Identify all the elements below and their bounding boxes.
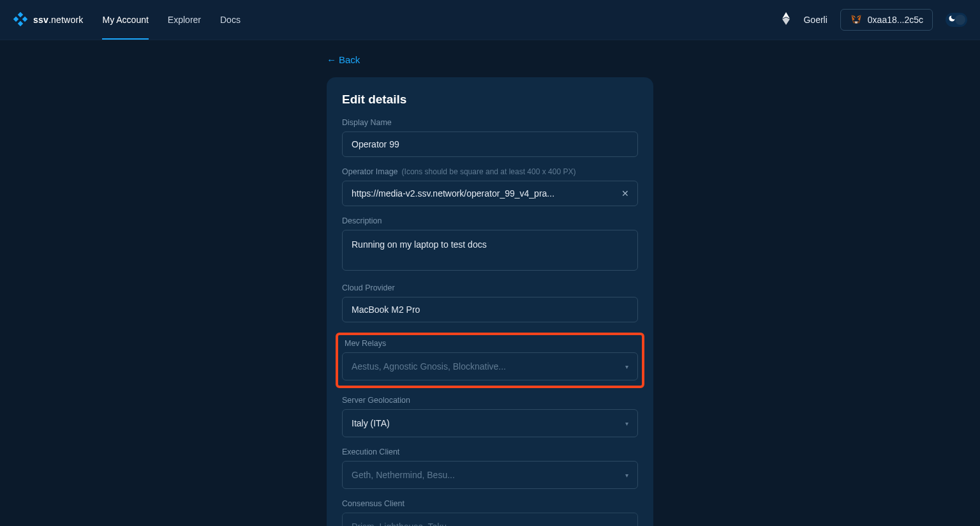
chevron-down-icon: ▾	[625, 363, 628, 370]
select-execution-client[interactable]: Geth, Nethermind, Besu... ▾	[342, 461, 638, 489]
close-icon: ✕	[621, 188, 629, 199]
edit-details-card: Edit details Display Name Operator Image…	[327, 77, 653, 526]
back-label: Back	[339, 54, 360, 65]
label-mev-relays: Mev Relays	[345, 339, 638, 348]
field-cloud-provider: Cloud Provider	[342, 283, 638, 322]
toggle-knob	[955, 15, 965, 25]
brand-logo[interactable]: ssv.network	[13, 12, 83, 27]
field-server-geolocation: Server Geolocation Italy (ITA) ▾	[342, 396, 638, 437]
label-server-geolocation: Server Geolocation	[342, 396, 638, 405]
input-description[interactable]	[342, 230, 638, 271]
label-execution-client: Execution Client	[342, 447, 638, 456]
field-operator-image: Operator Image (Icons should be square a…	[342, 167, 638, 206]
select-server-geolocation[interactable]: Italy (ITA) ▾	[342, 409, 638, 437]
main-nav: My Account Explorer Docs	[102, 1, 240, 40]
field-display-name: Display Name	[342, 118, 638, 157]
value-server-geolocation: Italy (ITA)	[352, 418, 390, 428]
select-consensus-client[interactable]: Prism, Lighthouse, Teku... ▾	[342, 513, 638, 526]
metamask-icon	[850, 13, 863, 26]
dark-mode-toggle[interactable]	[946, 13, 967, 27]
svg-rect-0	[18, 12, 23, 17]
card-title: Edit details	[342, 93, 638, 107]
svg-rect-2	[22, 17, 27, 22]
label-cloud-provider: Cloud Provider	[342, 283, 638, 292]
label-display-name: Display Name	[342, 118, 638, 127]
header-right: Goerli 0xaa18...2c5c	[782, 9, 967, 31]
field-consensus-client: Consensus Client Prism, Lighthouse, Teku…	[342, 499, 638, 526]
chevron-down-icon: ▾	[625, 523, 628, 527]
label-operator-image: Operator Image	[342, 167, 398, 176]
content-area: ← Back Edit details Display Name Operato…	[0, 40, 980, 526]
select-mev-relays[interactable]: Aestus, Agnostic Gnosis, Blocknative... …	[342, 352, 638, 380]
ethereum-icon	[782, 12, 791, 27]
input-display-name[interactable]	[342, 132, 638, 157]
input-cloud-provider[interactable]	[342, 297, 638, 322]
network-label: Goerli	[803, 15, 827, 25]
label-consensus-client: Consensus Client	[342, 499, 638, 508]
back-row: ← Back	[327, 54, 653, 66]
field-mev-relays-highlight: Mev Relays Aestus, Agnostic Gnosis, Bloc…	[336, 333, 644, 388]
field-description: Description	[342, 216, 638, 273]
input-operator-image[interactable]	[342, 181, 638, 206]
placeholder-execution-client: Geth, Nethermind, Besu...	[352, 470, 455, 480]
placeholder-mev-relays: Aestus, Agnostic Gnosis, Blocknative...	[352, 361, 506, 372]
svg-rect-3	[18, 21, 23, 26]
label-description: Description	[342, 216, 638, 225]
hint-operator-image: (Icons should be square and at least 400…	[402, 167, 576, 176]
app-header: ssv.network My Account Explorer Docs Goe…	[0, 0, 980, 40]
wallet-button[interactable]: 0xaa18...2c5c	[840, 9, 933, 31]
ssv-logo-icon	[13, 12, 28, 27]
svg-rect-1	[13, 17, 19, 22]
nav-docs[interactable]: Docs	[220, 1, 241, 40]
chevron-down-icon: ▾	[625, 472, 628, 479]
wallet-address: 0xaa18...2c5c	[868, 15, 923, 25]
brand-name-bold: ssv	[33, 15, 48, 25]
nav-my-account[interactable]: My Account	[102, 1, 148, 40]
brand-name-thin: .network	[48, 15, 84, 25]
chevron-down-icon: ▾	[625, 420, 628, 427]
brand-name: ssv.network	[33, 15, 83, 25]
back-link[interactable]: ← Back	[327, 54, 360, 65]
arrow-left-icon: ←	[327, 54, 336, 65]
nav-explorer[interactable]: Explorer	[168, 1, 201, 40]
clear-operator-image-button[interactable]: ✕	[619, 186, 632, 201]
field-execution-client: Execution Client Geth, Nethermind, Besu.…	[342, 447, 638, 489]
placeholder-consensus-client: Prism, Lighthouse, Teku...	[352, 522, 454, 526]
